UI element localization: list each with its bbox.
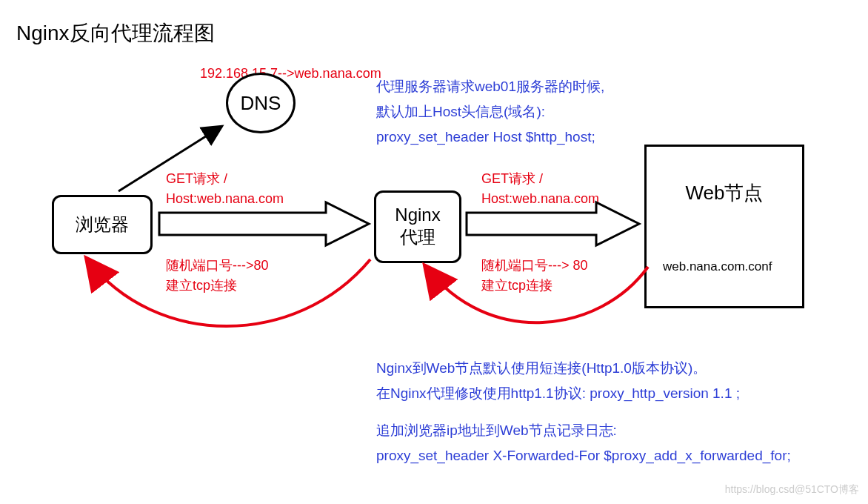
arrows-layer <box>0 0 868 504</box>
watermark: https://blog.csd@51CTO博客 <box>725 483 859 497</box>
diagram-canvas: Nginx反向代理流程图 192.168.15.7-->web.nana.com… <box>0 0 868 504</box>
hollow-arrow-1 <box>159 202 369 245</box>
arrow-response-proxy-browser <box>87 259 370 326</box>
hollow-arrow-2 <box>467 202 639 245</box>
arrow-browser-dns <box>118 126 222 191</box>
arrow-response-web-proxy <box>426 267 648 322</box>
